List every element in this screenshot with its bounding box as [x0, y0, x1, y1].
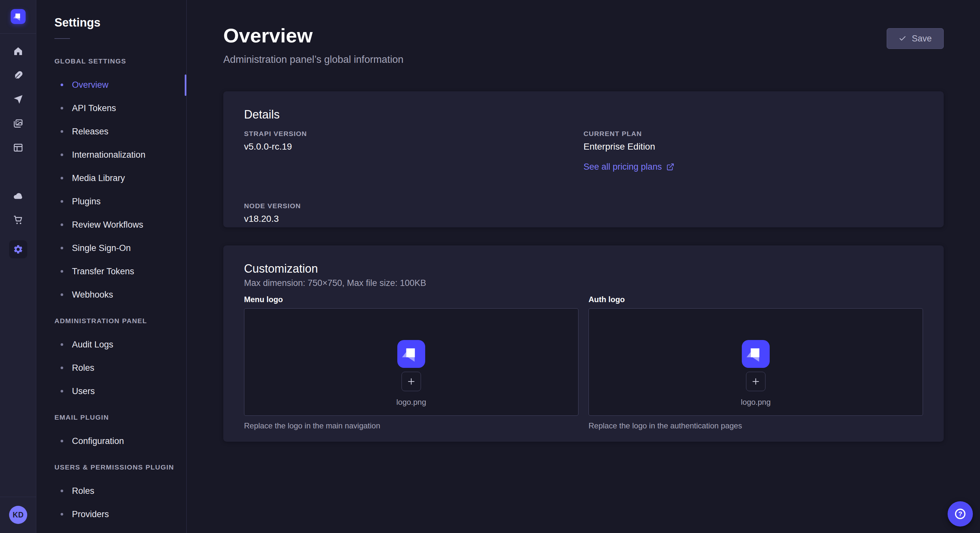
subnav-item-label: Audit Logs [72, 339, 113, 350]
subnav-item-media-library[interactable]: Media Library [36, 167, 186, 190]
avatar[interactable]: KD [9, 506, 27, 524]
subnav-item-label: API Tokens [72, 103, 116, 113]
customization-subtitle: Max dimension: 750×750, Max file size: 1… [244, 278, 923, 288]
subnav-item-review-workflows[interactable]: Review Workflows [36, 213, 186, 236]
active-item-indicator [185, 75, 186, 96]
subnav-item-label: Review Workflows [72, 220, 143, 230]
logo-filename: logo.png [396, 398, 426, 407]
bullet-icon [60, 440, 63, 443]
bullet-icon [60, 200, 63, 203]
logo-filename: logo.png [741, 398, 771, 407]
field-label: NODE VERSION [244, 202, 584, 210]
layout-icon [13, 143, 23, 153]
subnav-item-roles[interactable]: Roles [36, 356, 186, 379]
rail-item-media-library-icon[interactable] [11, 117, 25, 131]
subnav-item-label: Users [72, 386, 95, 397]
upload-label: Menu logo [244, 295, 579, 305]
subnav-item-label: Plugins [72, 197, 101, 206]
bullet-icon [60, 84, 63, 86]
subnav-title: Settings [54, 16, 186, 30]
subnav-section-header: GLOBAL SETTINGS [54, 57, 186, 65]
subnav-item-users[interactable]: Users [36, 379, 186, 403]
strapi-logo-icon [397, 340, 425, 368]
subnav-item-providers[interactable]: Providers [36, 503, 186, 526]
subnav-item-roles[interactable]: Roles [36, 479, 186, 503]
subnav-section-header: ADMINISTRATION PANEL [54, 317, 186, 325]
subnav-item-label: Webhooks [72, 290, 113, 300]
save-button[interactable]: Save [887, 28, 944, 49]
details-heading: Details [244, 108, 923, 121]
rail-divider [0, 33, 36, 34]
page-title: Overview [223, 24, 313, 47]
upload-hint: Replace the logo in the main navigation [244, 421, 579, 431]
bullet-icon [60, 247, 63, 249]
strapi-admin-settings-screen: KD Settings GLOBAL SETTINGSOverviewAPI T… [0, 0, 980, 533]
help-button[interactable]: ? [948, 501, 973, 527]
node-version-field: NODE VERSION v18.20.3 [244, 202, 584, 224]
add-logo-button[interactable] [746, 372, 765, 391]
main-nav-rail: KD [0, 0, 36, 533]
page-subtitle: Administration panel’s global informatio… [223, 54, 404, 65]
subnav-item-label: Configuration [72, 436, 124, 446]
bullet-icon [60, 107, 63, 109]
bullet-icon [60, 366, 63, 369]
auth-logo-dropzone[interactable]: logo.png [589, 308, 923, 416]
subnav-item-configuration[interactable]: Configuration [36, 429, 186, 453]
add-logo-button[interactable] [401, 372, 421, 391]
bullet-icon [60, 490, 63, 492]
customization-card: Customization Max dimension: 750×750, Ma… [223, 246, 944, 442]
subnav-item-label: Roles [72, 486, 94, 496]
plus-icon [406, 377, 416, 386]
rail-item-paper-plane-icon[interactable] [11, 92, 25, 106]
subnav-item-overview[interactable]: Overview [36, 73, 186, 97]
subnav-section-header: EMAIL PLUGIN [54, 413, 186, 422]
rail-item-settings-gear-icon[interactable] [9, 240, 27, 259]
subnav-title-divider [54, 38, 70, 39]
current-plan-field: CURRENT PLAN Enterprise Edition See all … [584, 130, 923, 172]
plus-icon [751, 377, 760, 386]
pricing-plans-link-label: See all pricing plans [584, 162, 662, 172]
check-icon [899, 35, 907, 43]
subnav-item-webhooks[interactable]: Webhooks [36, 283, 186, 306]
details-card: Details STRAPI VERSION v5.0.0-rc.19 CURR… [223, 91, 944, 227]
strapi-version-field: STRAPI VERSION v5.0.0-rc.19 [244, 130, 584, 172]
subnav-item-label: Overview [72, 80, 108, 90]
bullet-icon [60, 154, 63, 156]
auth-logo-upload: Auth logo logo.png Replace the logo in t… [589, 295, 923, 431]
paper-plane-icon [13, 94, 23, 105]
rail-item-layout-icon[interactable] [11, 141, 25, 155]
field-value: v18.20.3 [244, 213, 584, 224]
subnav-item-audit-logs[interactable]: Audit Logs [36, 333, 186, 356]
subnav-item-label: Providers [72, 509, 109, 519]
bullet-icon [60, 343, 63, 346]
menu-logo-dropzone[interactable]: logo.png [244, 308, 579, 416]
subnav-item-plugins[interactable]: Plugins [36, 190, 186, 213]
cloud-icon [13, 191, 23, 201]
cart-icon [13, 215, 23, 225]
subnav-item-transfer-tokens[interactable]: Transfer Tokens [36, 260, 186, 283]
rail-item-cloud-icon[interactable] [11, 189, 25, 203]
help-icon: ? [954, 508, 967, 520]
field-label: STRAPI VERSION [244, 130, 584, 138]
subnav-item-label: Single Sign-On [72, 243, 131, 253]
rail-item-feather-icon[interactable] [11, 68, 25, 82]
settings-subnav: Settings GLOBAL SETTINGSOverviewAPI Toke… [36, 0, 187, 533]
rail-item-home-icon[interactable] [11, 44, 25, 58]
subnav-item-releases[interactable]: Releases [36, 120, 186, 143]
subnav-item-single-sign-on[interactable]: Single Sign-On [36, 236, 186, 260]
pricing-plans-link[interactable]: See all pricing plans [584, 162, 675, 172]
save-button-label: Save [912, 34, 932, 44]
details-grid: STRAPI VERSION v5.0.0-rc.19 CURRENT PLAN… [244, 130, 923, 224]
strapi-logo-icon [742, 340, 770, 368]
settings-gear-icon [13, 244, 23, 254]
bullet-icon [60, 224, 63, 226]
strapi-logo-icon[interactable] [11, 9, 25, 24]
subnav-item-label: Transfer Tokens [72, 266, 134, 276]
subnav-item-internationalization[interactable]: Internationalization [36, 143, 186, 167]
field-value: Enterprise Edition [584, 141, 923, 152]
rail-item-cart-icon[interactable] [11, 213, 25, 227]
field-value: v5.0.0-rc.19 [244, 141, 584, 152]
main-content: Overview Administration panel’s global i… [187, 0, 980, 533]
subnav-item-api-tokens[interactable]: API Tokens [36, 97, 186, 120]
feather-icon [13, 70, 23, 81]
